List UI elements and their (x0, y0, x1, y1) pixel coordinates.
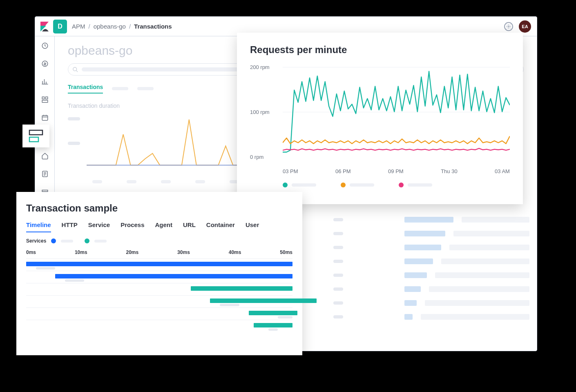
rpm-xtick: 03 AM (495, 168, 510, 174)
ts-tabs: Timeline HTTP Service Process Agent URL … (26, 221, 292, 232)
scale-tick: 0ms (26, 249, 36, 255)
requests-per-minute-card: Requests per minute 200 rpm 100 rpm 0 rp… (237, 33, 523, 204)
timeline-rows (26, 258, 292, 332)
svg-rect-5 (42, 97, 44, 99)
scale-tick: 10ms (75, 249, 87, 255)
breadcrumb-current: Transactions (134, 23, 172, 30)
tab-container[interactable]: Container (206, 221, 235, 232)
home-icon[interactable] (40, 151, 49, 160)
breadcrumbs: APM / opbeans-go / Transactions (72, 23, 172, 30)
span-bar[interactable] (191, 286, 292, 291)
svg-rect-14 (29, 137, 38, 142)
span-bar[interactable] (55, 274, 292, 278)
rpm-title: Requests per minute (250, 44, 510, 56)
scale-tick: 20ms (126, 249, 139, 255)
span-bar[interactable] (26, 262, 292, 266)
span-bar[interactable] (254, 323, 292, 327)
svg-point-12 (73, 67, 77, 71)
svg-rect-7 (42, 100, 48, 102)
recent-icon[interactable] (40, 41, 49, 50)
ts-services-legend: Services (26, 238, 292, 244)
user-avatar[interactable]: EA (519, 20, 531, 33)
svg-point-2 (508, 26, 509, 27)
tab-user[interactable]: User (246, 221, 259, 232)
svg-rect-10 (42, 190, 48, 192)
tab-agent[interactable]: Agent (155, 221, 173, 232)
legend-dot-icon (85, 238, 89, 243)
apm-nav-highlighted-icon[interactable] (22, 125, 49, 147)
tab-process[interactable]: Process (121, 221, 144, 232)
legend-dot-icon (51, 238, 56, 243)
breadcrumb-sep: / (129, 23, 131, 30)
discover-icon[interactable] (40, 59, 49, 68)
legend-dot-icon (341, 183, 346, 187)
rpm-xtick: 03 PM (283, 168, 298, 174)
tab-http[interactable]: HTTP (62, 221, 78, 232)
scale-tick: 40ms (229, 249, 241, 255)
rpm-ytick: 100 rpm (250, 109, 270, 115)
timeline-row[interactable] (26, 320, 292, 332)
app-badge[interactable]: D (53, 20, 67, 33)
tab-placeholder[interactable] (137, 87, 154, 90)
timeline-row[interactable] (26, 283, 292, 295)
tab-placeholder[interactable] (112, 87, 128, 90)
search-icon (72, 67, 78, 73)
rpm-chart: 200 rpm 100 rpm 0 rpm (250, 63, 510, 165)
span-bar[interactable] (249, 311, 297, 315)
background-table (333, 217, 529, 320)
legend-item[interactable] (341, 183, 374, 187)
svg-rect-8 (42, 116, 48, 120)
services-label: Services (26, 238, 46, 244)
svg-rect-13 (29, 130, 42, 135)
svg-rect-6 (45, 97, 47, 99)
timeline-row[interactable] (26, 295, 292, 307)
tab-transactions[interactable]: Transactions (68, 84, 103, 94)
breadcrumb-sep: / (89, 23, 90, 30)
ts-title: Transaction sample (26, 203, 292, 214)
timeline-row[interactable] (26, 271, 292, 283)
rpm-xaxis: 03 PM 06 PM 09 PM Thu 30 03 AM (283, 168, 510, 174)
scale-tick: 50ms (280, 249, 292, 255)
calendar-icon[interactable] (40, 113, 49, 122)
breadcrumb-service[interactable]: opbeans-go (94, 23, 126, 30)
rpm-ytick: 200 rpm (250, 64, 270, 70)
legend-item[interactable] (399, 183, 432, 187)
tab-url[interactable]: URL (183, 221, 196, 232)
legend-dot-icon (399, 183, 404, 187)
rpm-ytick: 0 rpm (250, 154, 263, 160)
logs-icon[interactable] (40, 169, 49, 178)
rpm-xtick: Thu 30 (441, 168, 457, 174)
rpm-xtick: 09 PM (388, 168, 404, 174)
legend-item[interactable] (283, 183, 316, 187)
kibana-logo-icon[interactable] (38, 20, 51, 33)
dashboard-icon[interactable] (40, 95, 49, 104)
legend-dot-icon (283, 183, 288, 187)
rpm-legend (283, 183, 510, 187)
timeline-row[interactable] (26, 258, 292, 271)
transaction-sample-card: Transaction sample Timeline HTTP Service… (16, 192, 302, 355)
tab-timeline[interactable]: Timeline (26, 221, 51, 232)
visualize-icon[interactable] (40, 77, 49, 86)
timeline-row[interactable] (26, 307, 292, 320)
help-icon[interactable] (504, 22, 513, 31)
span-bar[interactable] (210, 298, 317, 303)
svg-point-4 (42, 61, 48, 67)
tab-service[interactable]: Service (88, 221, 110, 232)
rpm-xtick: 06 PM (335, 168, 351, 174)
breadcrumb-apm[interactable]: APM (72, 23, 85, 30)
scale-tick: 30ms (177, 249, 190, 255)
ts-time-scale: 0ms 10ms 20ms 30ms 40ms 50ms (26, 249, 292, 255)
